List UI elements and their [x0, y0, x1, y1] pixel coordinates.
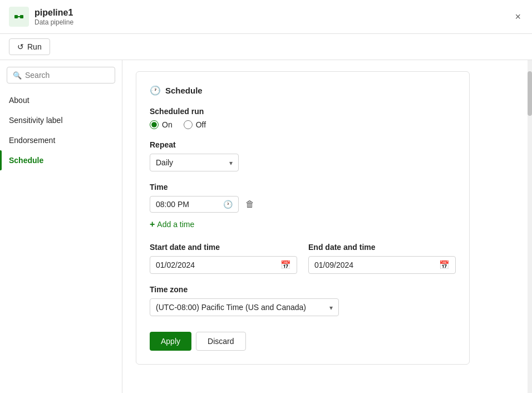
- date-group: Start date and time 01/02/2024 📅 End dat…: [150, 243, 456, 274]
- time-label: Time: [150, 183, 456, 191]
- time-row: 08:00 PM 🕐 🗑: [150, 196, 456, 213]
- main-layout: 🔍 About Sensitivity label Endorsement Sc…: [0, 60, 532, 393]
- radio-off-label: Off: [196, 120, 206, 129]
- app-subtitle: Data pipeline: [35, 18, 523, 26]
- sidebar: 🔍 About Sensitivity label Endorsement Sc…: [0, 60, 122, 393]
- sidebar-item-about[interactable]: About: [0, 90, 122, 110]
- timezone-label: Time zone: [150, 285, 456, 294]
- start-date-input[interactable]: 01/02/2024 📅: [150, 256, 297, 274]
- start-date-group: Start date and time 01/02/2024 📅: [150, 243, 297, 274]
- repeat-value: Daily: [156, 158, 173, 167]
- scrollbar-track[interactable]: [528, 60, 532, 393]
- schedule-card: 🕐 Schedule Scheduled run On Off: [136, 71, 470, 365]
- sidebar-item-sensitivity-label-text: Sensitivity label: [9, 116, 63, 125]
- title-block: pipeline1 Data pipeline: [35, 7, 523, 26]
- run-icon: ↺: [17, 42, 24, 51]
- run-button[interactable]: ↺ Run: [9, 38, 50, 55]
- scrollbar-thumb[interactable]: [528, 71, 532, 116]
- sidebar-item-schedule-label: Schedule: [9, 156, 43, 165]
- clock-input-icon: 🕐: [223, 200, 233, 209]
- app-header: pipeline1 Data pipeline ×: [0, 0, 532, 34]
- pipeline-icon: [13, 11, 24, 22]
- app-title: pipeline1: [35, 7, 523, 18]
- discard-button[interactable]: Discard: [196, 332, 245, 351]
- scheduled-run-group: Scheduled run On Off: [150, 107, 456, 129]
- repeat-group: Repeat Daily: [150, 140, 456, 171]
- end-date-input[interactable]: 01/09/2024 📅: [308, 256, 456, 274]
- sidebar-item-endorsement[interactable]: Endorsement: [0, 130, 122, 150]
- time-value: 08:00 PM: [156, 200, 189, 209]
- svg-rect-1: [20, 15, 23, 18]
- start-date-calendar-icon[interactable]: 📅: [280, 260, 291, 270]
- repeat-chevron-icon: [229, 158, 233, 167]
- content-area: 🕐 Schedule Scheduled run On Off: [122, 60, 528, 393]
- svg-rect-0: [14, 15, 18, 18]
- add-time-button[interactable]: + Add a time: [150, 217, 194, 232]
- repeat-dropdown[interactable]: Daily: [150, 154, 239, 171]
- end-date-group: End date and time 01/09/2024 📅: [308, 243, 456, 274]
- date-row: Start date and time 01/02/2024 📅 End dat…: [150, 243, 456, 274]
- start-date-label: Start date and time: [150, 243, 297, 252]
- scheduled-run-label: Scheduled run: [150, 107, 456, 116]
- end-date-calendar-icon[interactable]: 📅: [439, 260, 450, 270]
- plus-icon: +: [150, 219, 155, 229]
- timezone-chevron-icon: [329, 303, 333, 312]
- card-header: 🕐 Schedule: [150, 85, 456, 96]
- trash-icon: 🗑: [245, 199, 254, 209]
- end-date-value: 01/09/2024: [314, 261, 353, 269]
- add-time-label: Add a time: [157, 220, 194, 229]
- toolbar: ↺ Run: [0, 34, 532, 60]
- sidebar-item-schedule[interactable]: Schedule: [0, 150, 122, 170]
- delete-time-button[interactable]: 🗑: [243, 197, 257, 212]
- close-button[interactable]: ×: [513, 9, 523, 25]
- search-input[interactable]: [25, 71, 109, 80]
- sidebar-item-sensitivity-label[interactable]: Sensitivity label: [0, 110, 122, 130]
- time-group: Time 08:00 PM 🕐 🗑 + Add a time: [150, 183, 456, 232]
- sidebar-item-endorsement-label: Endorsement: [9, 136, 55, 145]
- radio-off[interactable]: Off: [184, 120, 206, 129]
- time-input[interactable]: 08:00 PM 🕐: [150, 196, 239, 213]
- radio-on[interactable]: On: [150, 120, 173, 129]
- card-title: Schedule: [165, 86, 203, 95]
- search-box[interactable]: 🔍: [7, 67, 115, 83]
- clock-icon: 🕐: [150, 85, 161, 96]
- apply-button[interactable]: Apply: [150, 332, 191, 351]
- run-label: Run: [27, 42, 42, 51]
- radio-on-label: On: [162, 120, 173, 129]
- app-icon: [9, 7, 29, 27]
- search-icon: 🔍: [13, 71, 22, 80]
- radio-off-input[interactable]: [184, 120, 193, 129]
- timezone-dropdown[interactable]: (UTC-08:00) Pacific Time (US and Canada): [150, 298, 339, 316]
- end-date-label: End date and time: [308, 243, 456, 252]
- repeat-label: Repeat: [150, 140, 456, 149]
- action-row: Apply Discard: [150, 332, 456, 351]
- timezone-value: (UTC-08:00) Pacific Time (US and Canada): [156, 303, 306, 312]
- timezone-group: Time zone (UTC-08:00) Pacific Time (US a…: [150, 285, 456, 316]
- sidebar-item-about-label: About: [9, 96, 29, 105]
- radio-group: On Off: [150, 120, 456, 129]
- start-date-value: 01/02/2024: [156, 261, 195, 269]
- radio-on-input[interactable]: [150, 120, 159, 129]
